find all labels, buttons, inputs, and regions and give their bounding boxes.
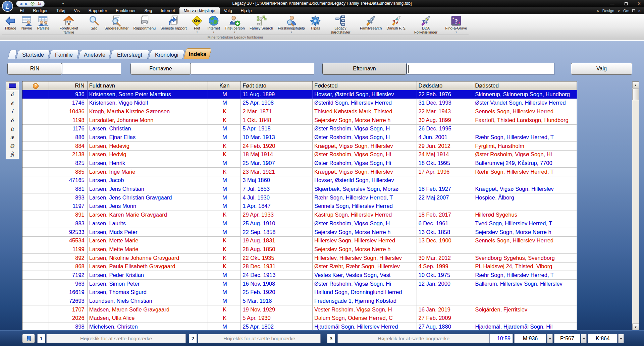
- toolbar-item-foretrukket-familie[interactable]: Foretrukket familie: [52, 15, 86, 35]
- table-row[interactable]: 963Larsen, Simon PeterM16 Nov. 1908Øster…: [22, 280, 577, 288]
- qat-dropdown-icon[interactable]: ▾: [62, 2, 64, 5]
- table-row[interactable]: 1746Kristensen, Viggo NidolfM25 Apr. 190…: [22, 99, 577, 108]
- table-row[interactable]: 884Larsen, HedevigK24 Feb. 1920Krægpøt, …: [22, 142, 577, 151]
- people-small-icon[interactable]: [37, 2, 41, 6]
- table-row[interactable]: 7192Larsen, Peder KristianM24 Dec. 1913V…: [22, 271, 577, 280]
- table-row[interactable]: 16619Larsen, Thomas SigurdM25 Feb. 1920H…: [22, 288, 577, 297]
- menu-expand-icon[interactable]: ∨: [617, 8, 620, 13]
- bookmark-1-field[interactable]: Højreklik for at sætte bogmærke: [46, 334, 186, 343]
- marriages-stepper[interactable]: ±: [547, 334, 553, 343]
- table-row[interactable]: 72693Lauridsen, Niels ChristianM5 Mar. 1…: [22, 297, 577, 306]
- vertical-scrollbar[interactable]: ▲ ▼: [632, 81, 639, 331]
- forward-small-icon[interactable]: ▶: [25, 2, 28, 6]
- help-icon[interactable]: ?: [33, 83, 39, 89]
- sources-stepper[interactable]: ±: [618, 334, 624, 343]
- toolbar-item-rapportmenu[interactable]: Rapportmenu: [131, 15, 158, 31]
- table-row[interactable]: 1176Larsen, ChristianM5 Apr. 1918Øster R…: [22, 125, 577, 133]
- om-menu-label[interactable]: Om: [623, 9, 630, 13]
- toolbar-item-tilbage[interactable]: Tilbage: [2, 15, 19, 31]
- restore-window-icon[interactable]: [632, 9, 635, 12]
- table-row[interactable]: 868Larsen, Paula Elisabeth GravgaardK28 …: [22, 263, 577, 271]
- column-header-rin[interactable]: RIN: [49, 81, 88, 90]
- bookmark-button[interactable]: [22, 334, 35, 343]
- table-row[interactable]: 1198Larsdatter, Johanne MonnK1 Okt. 1848…: [22, 116, 577, 125]
- toolbar-item-legacy-sl-gtstavler[interactable]: Legacy slægtstavler: [323, 15, 358, 35]
- column-header-bplace[interactable]: Fødested: [313, 81, 417, 90]
- letter-jump-Ñ[interactable]: Ñ: [6, 151, 19, 159]
- toolbar-item-dda-folket-llinger[interactable]: DDA Folketællinger: [409, 15, 443, 35]
- tab-kronologi[interactable]: Kronologi: [149, 50, 185, 59]
- table-row[interactable]: 885Larsen, Inge MarieK23 Mar. 1921Krægpø…: [22, 168, 577, 176]
- table-row[interactable]: 825Larsen, HenrikM25 Mar. 1907Øster Rosh…: [22, 159, 577, 168]
- toolbar-item-danish-f-s[interactable]: Danish F. S.: [384, 15, 409, 31]
- table-row[interactable]: 1199Larsen, Mette MarieK28 Aug. 1850Seje…: [22, 245, 577, 254]
- menu-item-valg[interactable]: Valg: [220, 7, 236, 14]
- table-row[interactable]: 886Larsen, Ejnar EliasM10 Mar. 1913Øster…: [22, 133, 577, 142]
- letter-jump-í[interactable]: í: [6, 107, 19, 116]
- column-header-q[interactable]: ?: [22, 81, 49, 90]
- letter-jump-é[interactable]: é: [6, 99, 19, 108]
- toolbar-item-s-geresultater[interactable]: Søgeresultater: [102, 15, 131, 31]
- table-row[interactable]: 45534Larsen, Mette MarieK19 Aug. 1831Hil…: [22, 237, 577, 245]
- persons-stepper[interactable]: ±: [581, 334, 587, 343]
- table-row[interactable]: 92533Larsen, Mads PeterM22 Sep. 1858Seje…: [22, 228, 577, 237]
- tab-indeks[interactable]: Indeks: [183, 48, 212, 59]
- efternavn-search-button[interactable]: Efternavn: [322, 63, 407, 75]
- menu-item-vis[interactable]: Vis: [70, 7, 84, 14]
- table-row[interactable]: 881Larsen, Jens ChristianM7 Jul. 1853Skj…: [22, 185, 577, 194]
- tab-startside[interactable]: Startside: [16, 50, 50, 59]
- table-row[interactable]: 10436Krogh, Martha Kirstine SørensenK2 M…: [22, 107, 577, 116]
- rin-search-input[interactable]: [62, 63, 121, 75]
- table-row[interactable]: 47165Larsen, JacobM3 Maj 1860Hovsør, Øst…: [22, 176, 577, 185]
- menu-item-min-v-rkt-jslinje[interactable]: Min værktøjslinje: [179, 7, 220, 14]
- fornavne-search-button[interactable]: Fornavne: [130, 63, 191, 75]
- bookmark-2-field[interactable]: Højreklik for at sætte bogmærke: [198, 334, 321, 343]
- toolbar-item-internet[interactable]: Internet▾: [205, 15, 222, 34]
- table-row[interactable]: 2026Madsen, Ulla AliceK5 Apr. 1930Dalum …: [22, 314, 577, 323]
- table-row[interactable]: 892Larsen, Nikoline Johanne GravgaardK22…: [22, 254, 577, 263]
- letter-jump-Ø[interactable]: Ø: [6, 142, 19, 151]
- toolbar-item-tilpas[interactable]: Tilpas: [307, 15, 323, 31]
- menu-item-rediger[interactable]: Rediger: [29, 7, 52, 14]
- table-row[interactable]: 891Larsen, Karen Marie GravgaardK29 Apr.…: [22, 211, 577, 220]
- menu-item-fil[interactable]: Fil: [15, 7, 29, 14]
- letter-jump-ú[interactable]: ú: [6, 125, 19, 133]
- design-menu-label[interactable]: Design: [602, 9, 614, 13]
- scroll-up-icon[interactable]: ▲: [632, 81, 639, 89]
- back-small-icon[interactable]: ◀: [19, 2, 22, 6]
- menu-item-rapporter[interactable]: Rapporter: [84, 7, 112, 14]
- menu-collapse-icon[interactable]: ∧: [596, 8, 599, 13]
- bookmark-3-field[interactable]: Højreklik for at sætte bogmærke: [337, 334, 490, 343]
- toolbar-item-seneste-rapport[interactable]: Seneste rapport: [158, 15, 189, 31]
- maximize-icon[interactable]: [625, 2, 628, 5]
- menu-item-tilf-j[interactable]: Tilføj: [52, 7, 70, 14]
- dropdown-icon[interactable]: ▾: [234, 31, 235, 33]
- toolbar-item-tilf-j-person[interactable]: Tilføj person▾: [222, 15, 247, 34]
- dropdown-icon[interactable]: ▾: [213, 31, 214, 33]
- clock-icon[interactable]: [31, 2, 35, 6]
- menu-item-hj-lp[interactable]: Hjælp: [236, 7, 256, 14]
- toolbar-item-parliste[interactable]: Parliste: [35, 15, 52, 31]
- column-header-name[interactable]: Fuldt navn: [88, 81, 208, 90]
- table-row[interactable]: 1197Larsen, Jens MonnM1 Apr. 1847Sennels…: [22, 202, 577, 211]
- letter-jump-á[interactable]: á: [6, 90, 19, 99]
- table-row[interactable]: 936Kristensen, Søren Peter MartinusM11 A…: [22, 90, 577, 99]
- toolbar-item-navne[interactable]: Navne: [19, 15, 35, 31]
- fornavne-search-input[interactable]: [191, 63, 314, 75]
- scroll-down-icon[interactable]: ▼: [632, 324, 639, 331]
- valg-button[interactable]: Valg: [571, 63, 632, 75]
- table-row[interactable]: 2138Larsen, HedvigK18 Maj 1914Øster Rosh…: [22, 151, 577, 159]
- menu-item-internet[interactable]: Internet: [156, 7, 179, 14]
- toolbar-item-s-g[interactable]: Søg: [86, 15, 102, 31]
- table-row[interactable]: 1707Madsen, Maren Sofie GravgaardK19 Nov…: [22, 305, 577, 314]
- dropdown-icon[interactable]: ▾: [455, 31, 457, 33]
- table-row[interactable]: 893Larsen, Jens Christian GravgaardM4 Ju…: [22, 193, 577, 202]
- letter-jump-ó[interactable]: ó: [6, 116, 19, 125]
- minimize-icon[interactable]: —: [610, 1, 614, 6]
- close-icon[interactable]: ×: [638, 1, 641, 7]
- dropdown-icon[interactable]: ▾: [291, 31, 292, 33]
- column-header-died[interactable]: Dødsdato: [417, 81, 474, 90]
- column-header-sex[interactable]: Køn: [208, 81, 241, 90]
- efternavn-search-input[interactable]: [407, 63, 554, 75]
- toolbar-item-family-search[interactable]: Family Search: [247, 15, 275, 31]
